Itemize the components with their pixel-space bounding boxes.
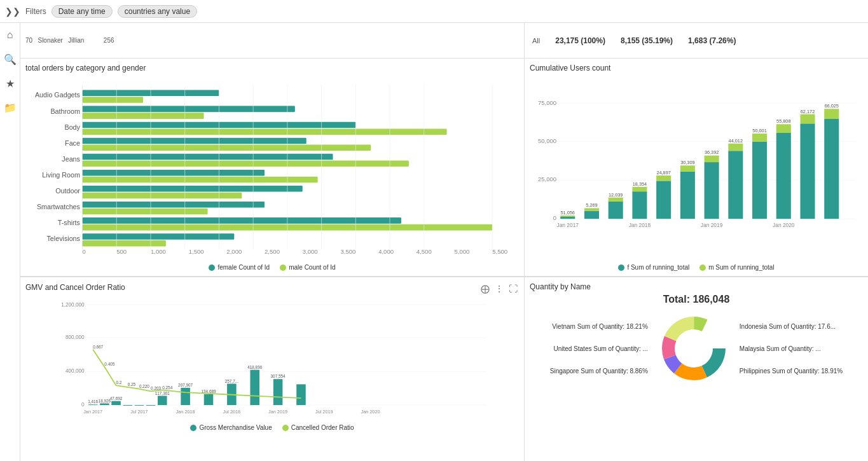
svg-rect-119	[158, 396, 167, 406]
svg-text:Jan 2018: Jan 2018	[176, 409, 195, 415]
svg-text:30,309: 30,309	[680, 160, 694, 165]
svg-text:Jul 2018: Jul 2018	[223, 409, 240, 415]
stat-pct2: 1,683 (7.26%)	[688, 36, 736, 45]
svg-text:2,000: 2,000	[226, 248, 242, 255]
male-legend-label: male Count of Id	[289, 264, 335, 271]
label-philippines: Philippines Sum of Quantity: 18.91%	[740, 368, 843, 375]
svg-text:418,890: 418,890	[247, 365, 262, 369]
svg-text:1,500: 1,500	[189, 248, 204, 255]
svg-text:400,000: 400,000	[65, 368, 85, 374]
svg-rect-89	[776, 133, 791, 219]
svg-rect-121	[181, 388, 190, 405]
svg-text:0: 0	[83, 248, 86, 255]
svg-text:0.254: 0.254	[162, 385, 172, 390]
svg-rect-80	[705, 162, 719, 219]
svg-rect-116	[123, 405, 132, 406]
svg-rect-92	[800, 123, 815, 219]
content-area: 70 Slonaker Jillian 256 All 23,175 (100%…	[20, 23, 868, 461]
svg-text:Jan 2020: Jan 2020	[773, 222, 795, 228]
svg-text:75,000: 75,000	[538, 99, 556, 106]
star-icon[interactable]: ★	[3, 76, 17, 90]
svg-text:62,172: 62,172	[801, 109, 815, 114]
svg-rect-93	[800, 114, 815, 124]
folder-icon[interactable]: 📁	[3, 100, 17, 114]
move-icon[interactable]: ⨁	[479, 282, 491, 295]
svg-text:3,000: 3,000	[303, 248, 318, 255]
svg-rect-13	[83, 113, 204, 119]
home-icon[interactable]: ⌂	[3, 28, 17, 42]
svg-rect-25	[83, 209, 208, 215]
stats-row: All 23,175 (100%) 8,155 (35.19%) 1,683 (…	[525, 23, 868, 58]
label-indonesia: Indonesia Sum of Quantity: 17.6...	[740, 323, 843, 330]
svg-text:257,7...: 257,7...	[225, 379, 238, 383]
svg-text:0: 0	[81, 402, 85, 408]
svg-rect-114	[111, 401, 121, 405]
filters-label: Filters	[25, 7, 46, 16]
top-bar: ❯❯ Filters Date any time countries any v…	[0, 0, 868, 23]
svg-text:55,808: 55,808	[776, 118, 790, 124]
search-icon[interactable]: 🔍	[3, 52, 17, 66]
svg-text:307,554: 307,554	[271, 374, 286, 378]
f-total-label: f Sum of running_total	[627, 264, 689, 271]
svg-text:Jan 2017: Jan 2017	[83, 409, 102, 415]
svg-rect-90	[776, 124, 791, 133]
svg-text:Jan 2018: Jan 2018	[629, 222, 651, 228]
svg-rect-83	[728, 151, 743, 219]
label-us: United States Sum of Quantity: ...	[550, 345, 648, 352]
cumulative-chart-svg: 75,000 50,000 25,000 0	[530, 75, 863, 261]
quantity-chart-title: Quantity by Name	[530, 282, 863, 291]
bar-chart-title: total orders by category and gender	[25, 64, 519, 72]
svg-text:5,000: 5,000	[455, 248, 470, 255]
svg-text:5,500: 5,500	[492, 248, 507, 255]
svg-text:0: 0	[553, 214, 556, 221]
legend-male: male Count of Id	[280, 264, 335, 271]
svg-rect-78	[680, 165, 695, 171]
legend-gmv: Gross Merchandise Value	[190, 424, 272, 431]
svg-rect-72	[632, 187, 647, 191]
gmv-label: Gross Merchandise Value	[199, 424, 272, 431]
svg-text:5,269: 5,269	[586, 202, 597, 208]
stat-all: All	[532, 37, 540, 45]
svg-text:Audio Gadgets: Audio Gadgets	[35, 91, 80, 99]
bar-chart-panel: total orders by category and gender Audi…	[20, 58, 525, 277]
svg-rect-68	[609, 202, 623, 219]
svg-rect-129	[273, 379, 283, 405]
stat-pct1: 8,155 (35.19%)	[621, 36, 673, 45]
legend-female: female Count of Id	[209, 264, 270, 271]
svg-rect-19	[83, 161, 409, 167]
more-icon[interactable]: ⋮	[493, 282, 505, 295]
stat-all-label: All	[532, 37, 540, 45]
expand-icon[interactable]: ❯❯	[5, 6, 20, 17]
female-legend-label: female Count of Id	[217, 264, 270, 271]
svg-text:Smartwatches: Smartwatches	[37, 203, 80, 210]
svg-text:0.2: 0.2	[116, 380, 122, 385]
svg-text:47,692: 47,692	[110, 396, 123, 401]
svg-rect-96	[824, 109, 839, 119]
cumulative-chart-title: Cumulative Users count	[530, 64, 863, 72]
svg-rect-95	[824, 119, 839, 219]
svg-rect-118	[146, 405, 156, 406]
stat-total: 23,175 (100%)	[555, 36, 605, 45]
svg-rect-112	[100, 403, 109, 405]
donut-svg	[656, 310, 732, 387]
widget-controls: ⨁ ⋮ ⛶	[479, 282, 519, 295]
svg-text:500: 500	[116, 248, 127, 255]
svg-rect-81	[705, 156, 719, 162]
legend-f-total: f Sum of running_total	[618, 264, 689, 271]
svg-text:0.203: 0.203	[151, 386, 161, 390]
f-total-dot	[618, 265, 624, 271]
svg-rect-84	[728, 144, 743, 151]
stat-pct2-value: 1,683 (7.26%)	[688, 36, 736, 45]
svg-rect-77	[680, 172, 695, 219]
svg-text:66,025: 66,025	[825, 103, 839, 109]
countries-filter-chip[interactable]: countries any value	[118, 5, 197, 18]
label-singapore: Singapore Sum of Quantity: 8.86%	[550, 368, 648, 375]
svg-rect-11	[83, 97, 144, 103]
svg-rect-131	[296, 384, 306, 405]
svg-text:0.220: 0.220	[139, 384, 149, 389]
svg-text:Bathroom: Bathroom	[50, 107, 80, 115]
svg-text:Face: Face	[65, 139, 80, 147]
expand-chart-icon[interactable]: ⛶	[507, 282, 519, 295]
date-filter-chip[interactable]: Date any time	[52, 5, 113, 18]
svg-rect-110	[88, 404, 98, 405]
